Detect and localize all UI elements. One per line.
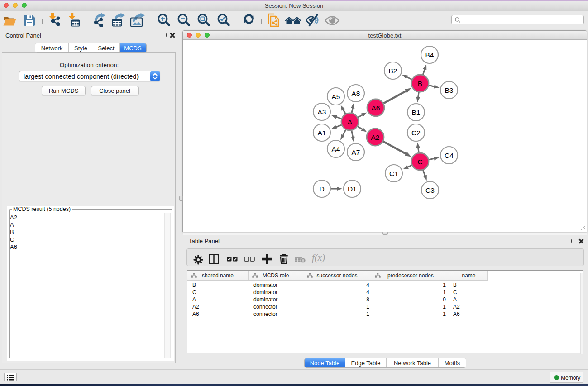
svg-text:B4: B4 (425, 51, 434, 59)
svg-text:A4: A4 (332, 145, 340, 153)
svg-text:A8: A8 (352, 90, 360, 97)
svg-text:B2: B2 (389, 67, 397, 75)
svg-text:C4: C4 (445, 152, 454, 159)
svg-text:A2: A2 (371, 133, 380, 141)
svg-text:C1: C1 (389, 170, 398, 177)
svg-text:A5: A5 (332, 93, 340, 100)
svg-text:D: D (319, 185, 324, 193)
svg-text:B1: B1 (412, 109, 421, 116)
svg-text:A6: A6 (372, 104, 380, 112)
svg-text:C3: C3 (425, 186, 435, 194)
svg-text:A7: A7 (352, 148, 360, 156)
svg-text:A3: A3 (318, 108, 326, 116)
svg-text:A1: A1 (318, 129, 326, 137)
svg-text:A: A (348, 118, 353, 126)
svg-text:C2: C2 (411, 129, 421, 137)
svg-text:B3: B3 (445, 86, 454, 94)
svg-text:D1: D1 (348, 185, 357, 193)
svg-text:B: B (418, 80, 422, 87)
svg-text:C: C (417, 158, 422, 166)
